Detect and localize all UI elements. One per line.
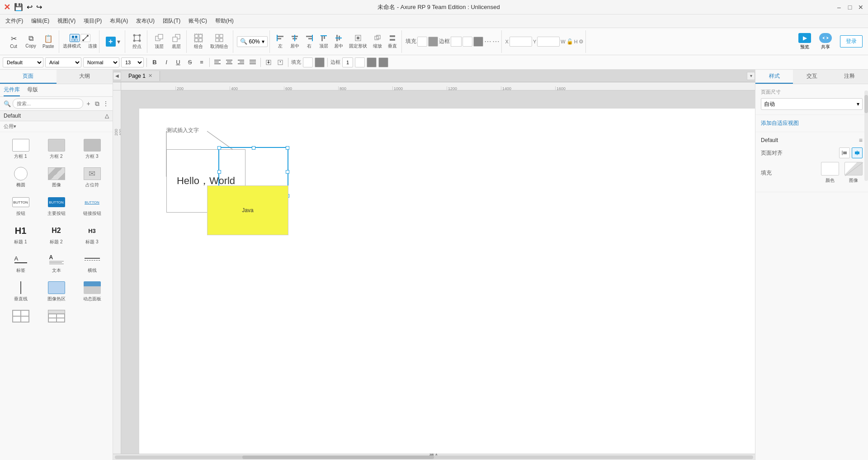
cut-button[interactable]: ✂ Cut	[5, 33, 22, 50]
canvas-rect-yellow[interactable]: Java	[207, 185, 288, 235]
widget-box2[interactable]: 方框 2	[39, 136, 73, 162]
right-tab-interact[interactable]: 交互	[793, 70, 830, 84]
page-size-input[interactable]: 自动 ▾	[761, 98, 863, 110]
fill-color-swatch[interactable]	[417, 37, 427, 47]
vertical-button[interactable]: 垂直	[385, 33, 400, 50]
handle-tl[interactable]	[217, 146, 221, 150]
widget-box3[interactable]: 方框 3	[75, 136, 109, 162]
y-input[interactable]	[537, 37, 560, 47]
menu-edit[interactable]: 编辑(E)	[28, 16, 53, 26]
fixed-shape-button[interactable]: 固定形状	[346, 33, 370, 50]
widget-label[interactable]: A 标签	[4, 250, 38, 276]
order-top-button[interactable]: 顶层	[151, 33, 167, 51]
fill-color-option[interactable]: 颜色	[821, 162, 839, 184]
handle-mr[interactable]	[286, 170, 289, 174]
border-color-fmt-swatch[interactable]	[355, 57, 365, 67]
font-size-select[interactable]: 13	[121, 57, 144, 67]
sub-tab-library[interactable]: 元件库	[4, 86, 20, 96]
widget-circle[interactable]: 椭圆	[4, 164, 38, 191]
tab-outline[interactable]: 大纲	[57, 70, 113, 84]
menu-file[interactable]: 文件(F)	[2, 16, 27, 26]
strikethrough-button[interactable]: S	[185, 57, 195, 67]
align-left-fmt-button[interactable]	[212, 57, 222, 67]
widget-placeholder[interactable]: ✉ 占位符	[75, 164, 109, 191]
copy-button[interactable]: ⧉ Copy	[23, 33, 39, 49]
menu-view[interactable]: 视图(V)	[54, 16, 79, 26]
handle-ml[interactable]	[217, 170, 221, 174]
library-collapse-icon[interactable]: △	[105, 113, 109, 119]
fill-color-gray-swatch[interactable]	[428, 37, 438, 47]
close-button[interactable]: ✕	[857, 4, 864, 11]
menu-layout[interactable]: 布局(A)	[106, 16, 132, 26]
widget-dynamic-panel[interactable]: 动态面板	[75, 278, 109, 305]
handle-tm[interactable]	[252, 146, 255, 150]
group-button[interactable]: 组合	[190, 33, 207, 51]
widget-hline[interactable]: 横线	[75, 250, 109, 276]
menu-team[interactable]: 团队(T)	[159, 16, 184, 26]
minimize-button[interactable]: –	[835, 4, 843, 11]
widget-h3[interactable]: H3 标题 3	[75, 221, 109, 248]
align-center-fmt-button[interactable]	[224, 57, 234, 67]
widget-imagemap[interactable]: 图像热区	[39, 278, 73, 305]
widget-vline[interactable]: 垂直线	[4, 278, 38, 305]
widget-text[interactable]: A 文本	[39, 250, 73, 276]
widget-h1[interactable]: H1 标题 1	[4, 221, 38, 248]
widget-button[interactable]: BUTTON 按钮	[4, 193, 38, 219]
fill-color-fmt-swatch[interactable]	[303, 57, 313, 67]
align-left-button[interactable]: 左	[274, 33, 287, 50]
undo-icon[interactable]: ↩	[27, 3, 33, 11]
library-search-input[interactable]	[13, 99, 83, 109]
maximize-button[interactable]: □	[846, 4, 854, 11]
scale-button[interactable]: 缩放	[370, 33, 385, 50]
border-style-fmt-swatch[interactable]	[367, 57, 377, 67]
scroll-track-h[interactable]	[115, 455, 753, 459]
align-justify-fmt-button[interactable]	[248, 57, 258, 67]
italic-button[interactable]: I	[161, 57, 171, 67]
align-right-button[interactable]: 右	[302, 33, 316, 50]
canvas-wrapper[interactable]: 测试插入文字 Hello，World	[121, 90, 755, 454]
underline-button[interactable]: U	[173, 57, 183, 67]
widget-box1[interactable]: 方框 1	[4, 136, 38, 162]
font-family-select[interactable]: Arial	[45, 57, 81, 67]
border-style-swatch[interactable]	[473, 37, 483, 47]
canvas-nav-left[interactable]: ◀	[113, 72, 121, 80]
ungroup-button[interactable]: 取消组合	[208, 33, 231, 51]
align-right-fmt-button[interactable]	[236, 57, 246, 67]
adaptive-link[interactable]: 添加自适应视图	[761, 120, 799, 126]
zoom-control[interactable]: 🔍 60% ▾	[237, 36, 268, 47]
sub-tab-masters[interactable]: 母版	[27, 86, 38, 96]
border-width-input[interactable]	[451, 37, 462, 47]
style-name-select[interactable]: Default	[3, 57, 43, 67]
widget-table2[interactable]	[39, 307, 73, 327]
valign-middle-button[interactable]	[275, 57, 285, 67]
widget-h2[interactable]: H2 标题 2	[39, 221, 73, 248]
scroll-thumb-h[interactable]	[242, 455, 434, 459]
align-center-button[interactable]: 居中	[288, 33, 302, 50]
paste-button[interactable]: 📋 Paste	[40, 33, 57, 50]
border-color-swatch[interactable]	[462, 37, 472, 47]
menu-project[interactable]: 项目(P)	[80, 16, 105, 26]
border-end-icon[interactable]: ⋯	[492, 37, 500, 46]
border-end-fmt-swatch[interactable]	[378, 57, 388, 67]
align-top-button[interactable]: 顶层	[316, 33, 331, 50]
preview-button[interactable]: 预览	[795, 31, 815, 52]
canvas-tab-dropdown[interactable]: ▾	[747, 72, 755, 80]
widget-table1[interactable]	[4, 307, 38, 327]
fill-gradient-fmt-swatch[interactable]	[315, 57, 325, 67]
menu-account[interactable]: 账号(C)	[185, 16, 211, 26]
canvas-tab-page1[interactable]: Page 1 ✕	[121, 71, 160, 81]
menu-help[interactable]: 帮助(H)	[212, 16, 237, 26]
tab-pages[interactable]: 页面	[0, 70, 57, 84]
right-panel-scroll-thumb[interactable]	[864, 95, 868, 113]
widget-primary-button[interactable]: BUTTON 主要按钮	[39, 193, 73, 219]
x-input[interactable]	[509, 37, 532, 47]
library-copy-icon[interactable]: ⧉	[94, 99, 100, 109]
right-panel-scrollbar[interactable]	[864, 90, 868, 181]
handle-tr[interactable]	[286, 146, 289, 150]
widget-link-button[interactable]: BUTTON 链接按钮	[75, 193, 109, 219]
fill-image-option[interactable]: 图像	[844, 162, 863, 184]
menu-publish[interactable]: 发布(U)	[132, 16, 158, 26]
border-width-fmt-input[interactable]	[342, 57, 353, 67]
align-middle-button[interactable]: 居中	[331, 33, 346, 50]
insert-button[interactable]: + ▾ 插入	[103, 36, 123, 47]
